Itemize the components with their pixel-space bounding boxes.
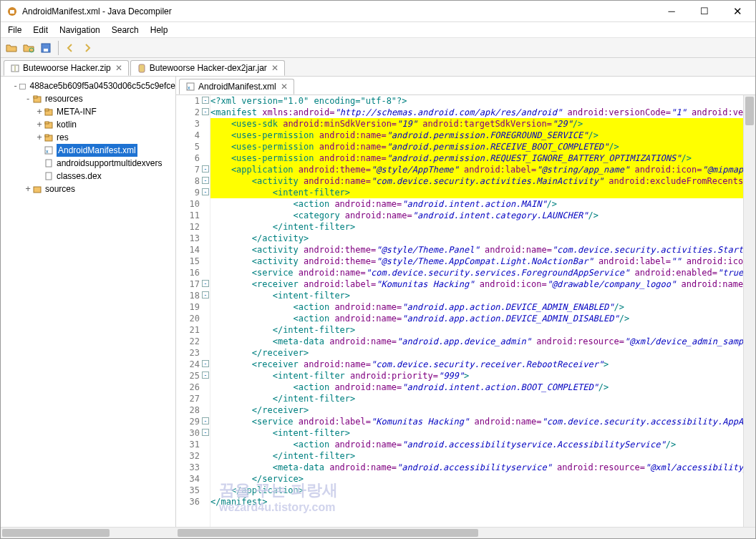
close-icon[interactable]: ✕: [271, 63, 278, 73]
tree-item[interactable]: res: [57, 131, 69, 144]
code-line[interactable]: <activity android:name="com.device.secur…: [210, 175, 743, 187]
code-line[interactable]: <application android:theme="@style/AppTh…: [210, 164, 743, 175]
line-number: 26: [176, 382, 210, 393]
code-line[interactable]: <receiver android:label="Komunitas Hacki…: [210, 278, 743, 290]
forward-button[interactable]: [79, 40, 95, 56]
code-line[interactable]: <meta-data android:name="android.app.dev…: [210, 336, 743, 347]
line-number: 10: [176, 198, 210, 210]
svg-rect-19: [46, 160, 52, 167]
package-tree[interactable]: -488ace5b609f5a04530d06c5c5c9efce -resou…: [1, 77, 176, 527]
code-line[interactable]: <?xml version="1.0" encoding="utf-8"?>: [210, 95, 743, 107]
code-line[interactable]: <uses-sdk android:minSdkVersion="19" and…: [210, 118, 743, 130]
tree-item[interactable]: META-INF: [57, 105, 97, 118]
line-number: 20: [176, 313, 210, 324]
tree-item[interactable]: AndroidManifest.xml: [57, 144, 137, 157]
tree-item[interactable]: sources: [45, 183, 75, 195]
code-line[interactable]: </intent-filter>: [210, 221, 743, 233]
close-icon[interactable]: ✕: [281, 82, 288, 92]
tree-twisty[interactable]: +: [24, 183, 32, 195]
code-line[interactable]: <uses-permission android:name="android.p…: [210, 141, 743, 152]
scrollbar-thumb[interactable]: [2, 529, 110, 537]
open-file-button[interactable]: [4, 40, 19, 56]
code-line[interactable]: <intent-filter>: [210, 187, 743, 198]
fold-toggle[interactable]: -: [202, 280, 209, 287]
file-icon: [44, 171, 54, 181]
code-line[interactable]: <service android:name="com.device.securi…: [210, 267, 743, 278]
editor-horizontal-scrollbar[interactable]: [176, 527, 755, 538]
svg-text:x: x: [188, 85, 190, 90]
menu-help[interactable]: Help: [145, 23, 174, 37]
code-line[interactable]: <uses-permission android:name="android.p…: [210, 130, 743, 141]
tree-twisty[interactable]: +: [35, 118, 44, 131]
close-button[interactable]: ✕: [721, 1, 754, 22]
open-type-button[interactable]: [21, 40, 37, 56]
fold-toggle[interactable]: -: [202, 429, 209, 436]
code-line[interactable]: <intent-filter android:priority="999">: [210, 370, 743, 382]
tab-archive-0[interactable]: Butewoorse Hacker.zip ✕: [4, 60, 129, 76]
tree-item[interactable]: kotlin: [57, 118, 77, 131]
code-line[interactable]: </receiver>: [210, 404, 743, 416]
line-number: 33: [176, 462, 210, 473]
fold-toggle[interactable]: -: [202, 188, 209, 195]
code-line[interactable]: <action android:name="android.app.action…: [210, 313, 743, 324]
code-line[interactable]: <action android:name="android.intent.act…: [210, 198, 743, 210]
tree-twisty[interactable]: +: [35, 105, 44, 118]
fold-toggle[interactable]: -: [202, 291, 209, 298]
code-line[interactable]: <meta-data android:name="android.accessi…: [210, 462, 743, 473]
editor-tab-manifest[interactable]: x AndroidManifest.xml ✕: [179, 79, 294, 94]
code-line[interactable]: <action android:name="android.intent.act…: [210, 382, 743, 393]
line-number: 31: [176, 439, 210, 450]
fold-toggle[interactable]: -: [202, 417, 209, 424]
tree-root-label[interactable]: 488ace5b609f5a04530d06c5c5c9efce: [29, 79, 175, 92]
code-editor[interactable]: 1-2-34567-8-9-1011121314151617-18-192021…: [176, 95, 755, 527]
code-line[interactable]: <intent-filter>: [210, 427, 743, 439]
code-line[interactable]: <service android:label="Komunitas Hackin…: [210, 416, 743, 427]
code-line[interactable]: <receiver android:name="com.device.secur…: [210, 359, 743, 370]
tree-item[interactable]: resources: [45, 92, 83, 105]
code-line[interactable]: </receiver>: [210, 347, 743, 359]
scrollbar-thumb[interactable]: [745, 97, 754, 125]
tree-twisty[interactable]: +: [35, 131, 44, 144]
menu-file[interactable]: File: [2, 23, 27, 37]
menu-search[interactable]: Search: [106, 23, 145, 37]
svg-rect-14: [45, 122, 49, 124]
pkg-icon: [44, 107, 54, 117]
code-line[interactable]: <manifest xmlns:android="http://schemas.…: [210, 107, 743, 118]
code-line[interactable]: <action android:name="android.accessibil…: [210, 439, 743, 450]
code-line[interactable]: </intent-filter>: [210, 393, 743, 404]
code-line[interactable]: <category android:name="android.intent.c…: [210, 210, 743, 221]
code-area[interactable]: <?xml version="1.0" encoding="utf-8"?><m…: [210, 95, 743, 527]
fold-toggle[interactable]: -: [202, 97, 209, 104]
tree-item[interactable]: classes.dex: [57, 170, 102, 183]
code-line[interactable]: </intent-filter>: [210, 324, 743, 336]
tree-twisty[interactable]: -: [24, 92, 32, 105]
code-line[interactable]: <uses-permission android:name="android.p…: [210, 152, 743, 164]
code-line[interactable]: <action android:name="android.app.action…: [210, 301, 743, 313]
fold-toggle[interactable]: -: [202, 177, 209, 184]
fold-toggle[interactable]: -: [202, 360, 209, 367]
code-line[interactable]: <activity android:theme="@style/Theme.Ap…: [210, 256, 743, 267]
back-button[interactable]: [62, 40, 78, 56]
save-button[interactable]: [38, 40, 54, 56]
minimize-button[interactable]: ─: [655, 1, 688, 22]
vertical-scrollbar[interactable]: [743, 95, 755, 527]
line-number: 28: [176, 404, 210, 416]
scrollbar-thumb[interactable]: [178, 529, 478, 537]
fold-toggle[interactable]: -: [202, 165, 209, 173]
tree-twisty[interactable]: -: [12, 79, 19, 92]
menu-edit[interactable]: Edit: [27, 23, 54, 37]
tab-archive-1[interactable]: Butewoorse Hacker-dex2jar.jar ✕: [130, 60, 285, 76]
side-horizontal-scrollbar[interactable]: [1, 527, 176, 538]
tree-item[interactable]: androidsupportmultidexvers: [57, 157, 162, 170]
code-line[interactable]: </activity>: [210, 233, 743, 244]
fold-toggle[interactable]: -: [202, 372, 209, 379]
menu-navigation[interactable]: Navigation: [54, 23, 106, 37]
line-number: 21: [176, 324, 210, 336]
code-line[interactable]: </intent-filter>: [210, 450, 743, 462]
fold-toggle[interactable]: -: [202, 108, 209, 115]
code-line[interactable]: <activity android:theme="@style/Theme.Pa…: [210, 244, 743, 256]
code-line[interactable]: <intent-filter>: [210, 290, 743, 301]
close-icon[interactable]: ✕: [115, 63, 122, 73]
maximize-button[interactable]: ☐: [688, 1, 721, 22]
window-title: AndroidManifest.xml - Java Decompiler: [22, 6, 655, 16]
